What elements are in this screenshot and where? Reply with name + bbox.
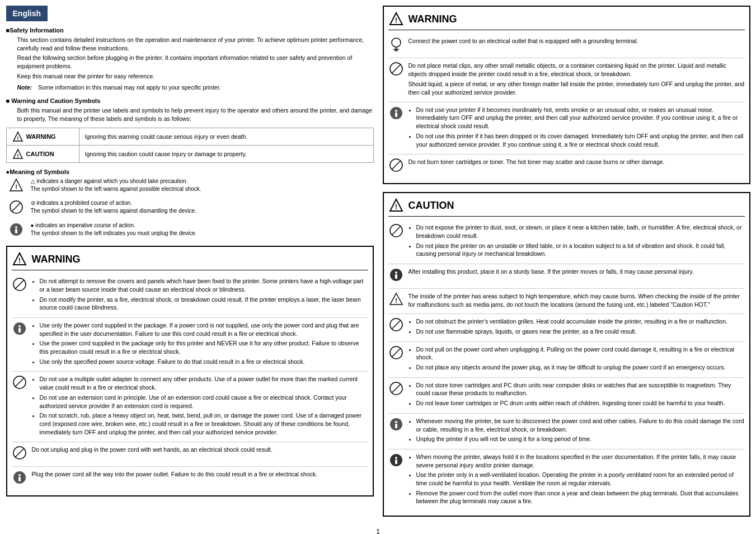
note-text: Some information in this manual may not … (38, 84, 220, 91)
caution-imperative-icon-8 (388, 453, 404, 470)
caution-item-8-2: Use the printer only in a well-ventilate… (416, 471, 745, 487)
caution-label: CAUTION (26, 151, 54, 157)
warning-content-5: Plug the power cord all the way into the… (32, 470, 368, 480)
caution-item-4-1: Do not obstruct the printer's ventilatio… (416, 317, 745, 326)
caution-prohibited-icon-5 (388, 345, 404, 363)
rwarning-row-2: Do not place metal clips, any other smal… (388, 58, 745, 102)
meaning-prohibited-line1: ⊘ indicates a prohibited course of actio… (31, 199, 374, 207)
warning-imperative-icon-5 (12, 470, 27, 488)
svg-point-27 (392, 38, 401, 47)
svg-text:!: ! (17, 153, 18, 158)
rwarning-row-4: Do not burn toner cartridges or toner. T… (388, 154, 745, 179)
caution-item-6-1: Do not store toner cartridges and PC dru… (416, 381, 745, 397)
meaning-imperative-line1: ● indicates an imperative course of acti… (31, 222, 374, 229)
caution-row-5: Do not pull on the power cord when unplu… (388, 342, 745, 378)
meaning-title: ●Meaning of Symbols (6, 168, 374, 175)
svg-text:!: ! (15, 184, 17, 190)
svg-text:!: ! (395, 203, 397, 211)
caution-content-6: Do not store toner cartridges and PC dru… (408, 381, 745, 410)
svg-rect-10 (15, 229, 17, 233)
warning-item-2-1: Use only the power cord supplied in the … (40, 321, 368, 338)
rwarning-text-2-2: Should liquid, a piece of metal, or any … (408, 80, 745, 96)
note-label: Note: (17, 84, 32, 91)
svg-rect-44 (395, 274, 397, 279)
caution-imperative-icon-7 (388, 417, 404, 434)
caution-triangle-icon: ! (12, 148, 24, 160)
svg-line-21 (15, 448, 24, 457)
caution-title: ! CAUTION (388, 198, 745, 217)
safety-para-3: Keep this manual near the printer for ea… (6, 72, 374, 81)
rwarning-content-4: Do not burn toner cartridges or toner. T… (408, 158, 745, 168)
warning-content-1: Do not attempt to remove the covers and … (32, 277, 368, 314)
left-warning-title-icon: ! (12, 251, 27, 267)
meaning-triangle-icon: ! (6, 177, 26, 196)
safety-title: ■Safety Information (6, 27, 374, 34)
svg-rect-58 (395, 460, 397, 464)
language-label: English (13, 9, 41, 18)
warning-label: WARNING (26, 133, 56, 140)
rwarning-content-3: Do not use your printer if it becomes in… (408, 106, 745, 151)
caution-content-7: Whenever moving the printer, be sure to … (408, 417, 745, 446)
warning-row-3: Do not use a multiple outlet adapter to … (12, 372, 368, 442)
svg-line-41 (392, 226, 401, 235)
warning-symbol-cell: ! WARNING (6, 128, 79, 145)
svg-point-23 (18, 474, 21, 476)
svg-line-50 (392, 348, 401, 357)
warning-row-5: Plug the power cord all the way into the… (12, 467, 368, 491)
caution-item-8-1: When moving the printer, always hold it … (416, 453, 745, 469)
rwarning-prohibited-icon-4 (388, 158, 404, 175)
caution-row-4: Do not obstruct the printer's ventilatio… (388, 314, 745, 341)
warning-row-1: Do not attempt to remove the covers and … (12, 274, 368, 318)
left-warning-title: ! WARNING (12, 251, 368, 270)
svg-line-52 (392, 384, 401, 393)
caution-row-1: Do not expose the printer to dust, soot,… (388, 220, 745, 264)
svg-rect-24 (18, 477, 21, 481)
caution-content-8: When moving the printer, always hold it … (408, 453, 745, 508)
svg-text:!: ! (395, 297, 397, 304)
rwarning-item-3-2: Do not use this printer if it has been d… (416, 132, 745, 148)
svg-line-19 (15, 378, 24, 387)
rwarning-imperative-icon-3 (388, 106, 404, 123)
caution-symbol-row: ! CAUTION Ignoring this caution could ca… (6, 145, 373, 162)
rwarning-item-3-1: Do not use your printer if it becomes in… (416, 106, 745, 130)
caution-content-2: After installing this product, place it … (408, 268, 745, 278)
caution-item-7-1: Whenever moving the printer, be sure to … (416, 417, 745, 433)
warning-item-3-2: Do not use an extension cord in principl… (40, 394, 368, 410)
caution-label-text: CAUTION (408, 200, 454, 212)
warning-text-4: Do not unplug and plug in the power cord… (32, 446, 368, 454)
right-column: ! WARNING Connect the power cord to an e… (383, 6, 750, 522)
caution-item-6-2: Do not leave toner cartridges or PC drum… (416, 399, 745, 407)
warning-item-3-3: Do not scratch, rub, place a heavy objec… (40, 411, 368, 436)
rwarning-ground-icon (388, 37, 404, 54)
svg-line-48 (392, 320, 401, 329)
caution-content-1: Do not expose the printer to dust, soot,… (408, 223, 745, 260)
right-warning-label: WARNING (408, 13, 457, 25)
meaning-triangle-line1: △ indicates a danger against which you s… (31, 177, 374, 185)
warning-prohibited-icon-4 (12, 446, 27, 463)
meaning-imperative-line2: The symbol shown to the left indicates y… (31, 229, 374, 237)
caution-item-1-1: Do not expose the printer to dust, soot,… (416, 223, 745, 240)
caution-content-5: Do not pull on the power cord when unplu… (408, 345, 745, 374)
warning-imperative-icon-2 (12, 321, 27, 339)
rwarning-text-1: Connect the power cord to an electrical … (408, 37, 745, 45)
rwarning-content-2: Do not place metal clips, any other smal… (408, 62, 745, 99)
warning-caution-symbols-section: ■ Warning and Caution Symbols Both this … (6, 97, 374, 162)
meaning-imperative-text: ● indicates an imperative course of acti… (31, 222, 374, 237)
rwarning-text-4: Do not burn toner cartridges or toner. T… (408, 158, 745, 166)
warning-item-2-2: Use the power cord supplied in the packa… (40, 339, 368, 355)
caution-item-8-3: Remove the power cord from the outlet mo… (416, 489, 745, 505)
caution-row-7: Whenever moving the printer, be sure to … (388, 414, 745, 449)
caution-content-4: Do not obstruct the printer's ventilatio… (408, 317, 745, 338)
warning-triangle-icon: ! (12, 131, 24, 142)
caution-triangle-icon-3: ! (388, 292, 404, 310)
svg-point-9 (15, 226, 17, 228)
right-warning-box: ! WARNING Connect the power cord to an e… (383, 6, 750, 184)
safety-para-2: Read the following section before pluggi… (6, 54, 374, 70)
warning-item-1-2: Do not modify the printer, as a fire, el… (40, 296, 368, 312)
meaning-grid: ! △ indicates a danger against which you… (6, 177, 374, 241)
left-column: English ■Safety Information This section… (6, 6, 374, 522)
page-number: 1 (6, 528, 750, 534)
warning-content-4: Do not unplug and plug in the power cord… (32, 446, 368, 456)
svg-line-14 (15, 280, 24, 289)
right-warning-title: ! WARNING (388, 11, 745, 30)
